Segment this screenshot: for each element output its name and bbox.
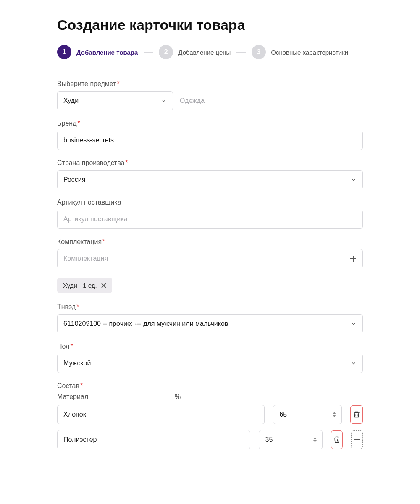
bundle-label: Комплектация* [57, 238, 363, 246]
delete-row-button[interactable] [350, 405, 363, 424]
chevron-down-icon [313, 440, 317, 442]
step-add-price[interactable]: 2 Добавление цены [159, 45, 231, 59]
trash-icon [352, 410, 361, 419]
tnved-select[interactable]: 6110209100 -- прочие: --- для мужчин или… [57, 314, 363, 333]
number-stepper[interactable] [313, 437, 319, 442]
tnved-value: 6110209100 -- прочие: --- для мужчин или… [63, 320, 346, 328]
bundle-chip-label: Худи - 1 ед. [63, 282, 97, 289]
subject-category: Одежда [180, 97, 205, 105]
chevron-up-icon [333, 412, 336, 414]
step-number: 2 [159, 45, 173, 59]
bundle-chip[interactable]: Худи - 1 ед. [57, 278, 112, 293]
brand-label: Бренд* [57, 120, 363, 127]
bundle-placeholder: Комплектация [63, 255, 350, 262]
chevron-down-icon [161, 98, 167, 104]
step-number: 1 [57, 45, 71, 59]
step-number: 3 [252, 45, 266, 59]
plus-icon [354, 436, 360, 443]
stepper: 1 Добавление товара 2 Добавление цены 3 … [57, 45, 363, 59]
composition-col-percent: % [175, 393, 278, 401]
step-separator [144, 52, 153, 52]
add-row-button[interactable] [351, 430, 363, 449]
step-add-product[interactable]: 1 Добавление товара [57, 45, 138, 59]
gender-value: Мужской [63, 360, 346, 367]
step-label: Основные характеристики [271, 49, 348, 56]
material-input[interactable] [57, 405, 265, 424]
material-input[interactable] [57, 430, 250, 449]
chevron-down-icon [351, 177, 357, 183]
subject-select[interactable]: Худи [57, 91, 173, 110]
page-title: Создание карточки товара [57, 17, 363, 33]
subject-label: Выберите предмет* [57, 80, 363, 88]
country-label: Страна производства* [57, 159, 363, 167]
step-label: Добавление товара [76, 49, 138, 56]
gender-select[interactable]: Мужской [57, 354, 363, 373]
composition-row [57, 430, 363, 449]
chevron-down-icon [333, 415, 336, 417]
chevron-down-icon [351, 360, 357, 366]
close-icon[interactable] [101, 283, 106, 288]
step-label: Добавление цены [178, 49, 231, 56]
step-separator [236, 52, 246, 52]
subject-value: Худи [63, 97, 157, 105]
step-main-characteristics[interactable]: 3 Основные характеристики [252, 45, 348, 59]
tnved-label: Тнвэд* [57, 303, 363, 311]
delete-row-button[interactable] [331, 430, 343, 449]
plus-icon [350, 255, 357, 262]
trash-icon [333, 435, 341, 444]
supplier-sku-label: Артикул поставщика [57, 199, 363, 206]
country-select[interactable]: Россия [57, 170, 363, 189]
country-value: Россия [63, 176, 346, 184]
supplier-sku-input[interactable] [57, 210, 363, 229]
chevron-down-icon [351, 321, 357, 327]
composition-col-material: Материал [57, 393, 166, 401]
brand-input[interactable] [57, 131, 363, 150]
percent-input[interactable] [273, 405, 342, 424]
bundle-input[interactable]: Комплектация [57, 249, 363, 268]
composition-row [57, 405, 363, 424]
gender-label: Пол* [57, 343, 363, 350]
chevron-up-icon [313, 437, 317, 439]
composition-label: Состав* [57, 382, 363, 390]
number-stepper[interactable] [333, 412, 339, 417]
